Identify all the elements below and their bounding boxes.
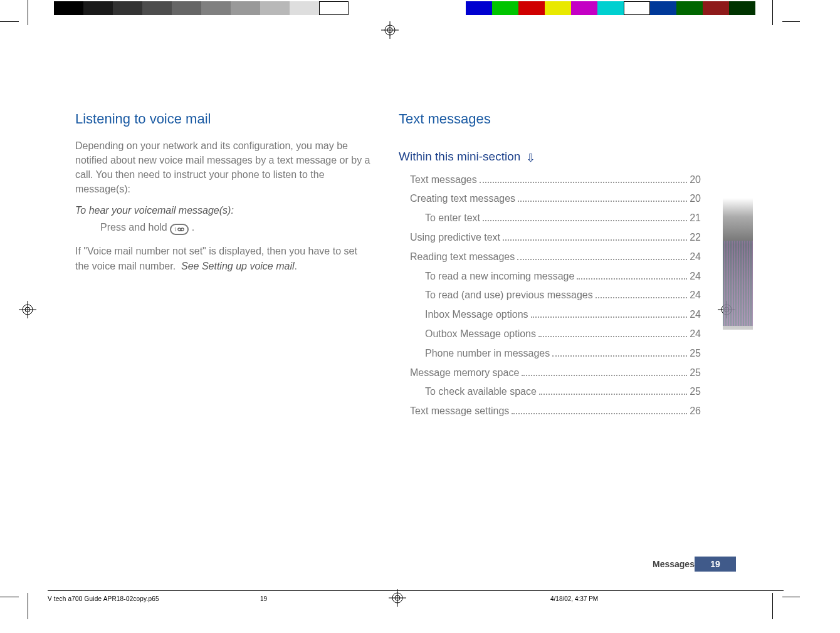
meta-filename: V tech a700 Guide APR18-02copy.p65 (48, 595, 159, 602)
gray-swatch (201, 1, 231, 15)
gray-swatch (113, 1, 142, 15)
toc-label: To read a new incoming message (425, 269, 574, 285)
toc-page: 20 (690, 172, 701, 188)
toc-label: Inbox Message options (425, 307, 528, 323)
toc-leader-dots (512, 413, 687, 414)
toc-page: 24 (690, 327, 701, 342)
toc-leader-dots (552, 355, 687, 357)
para-text: . (295, 261, 297, 271)
toc-leader-dots (522, 375, 687, 376)
sub-heading: To hear your voicemail message(s): (75, 205, 373, 216)
right-column: Text messages Within this mini-section ⇩… (399, 110, 701, 423)
toc-page: 25 (690, 365, 701, 381)
toc-label: Phone number in messages (425, 346, 550, 362)
meta-separator (48, 590, 784, 591)
page-footer: Messages 19 (653, 557, 736, 572)
color-swatch (676, 1, 703, 15)
toc-page: 24 (690, 249, 701, 265)
toc-leader-dots (483, 220, 687, 221)
toc-page: 24 (690, 269, 701, 285)
section-heading: Text messages (399, 110, 701, 128)
color-swatch (624, 1, 650, 15)
meta-sheet: 19 (260, 595, 267, 602)
color-swatch (571, 1, 597, 15)
toc-label: To read (and use) previous messages (425, 288, 593, 303)
color-swatch (518, 1, 545, 15)
gray-swatch (319, 1, 349, 15)
svg-point-18 (181, 228, 184, 231)
toc-page: 24 (690, 307, 701, 323)
print-proof-page: Listening to voice mail Depending on you… (0, 0, 840, 633)
color-swatch (492, 1, 518, 15)
left-column: Listening to voice mail Depending on you… (75, 110, 373, 282)
crop-mark (0, 597, 19, 597)
crop-mark (772, 593, 773, 619)
toc-leader-dots (538, 336, 687, 337)
footer-page-number: 19 (695, 557, 736, 572)
color-swatch (466, 1, 492, 15)
toc-label: Outbox Message options (425, 327, 536, 342)
gray-swatch (290, 1, 319, 15)
body-paragraph: Depending on your network and its config… (75, 139, 373, 197)
toc-leader-dots (480, 182, 687, 183)
toc-row: Text message settings26 (410, 404, 701, 419)
gray-swatch (231, 1, 260, 15)
color-swatch (597, 1, 624, 15)
step-text: . (192, 222, 194, 233)
toc-leader-dots (577, 278, 687, 280)
crop-mark (782, 21, 800, 22)
color-swatch (729, 1, 755, 15)
gray-swatch (83, 1, 113, 15)
toc-label: To enter text (425, 211, 480, 226)
mini-section-heading: Within this mini-section ⇩ (399, 150, 701, 165)
toc-leader-dots (596, 297, 688, 298)
color-calibration-bar (466, 1, 755, 15)
svg-point-17 (178, 228, 181, 231)
color-swatch (703, 1, 729, 15)
footer-section-label: Messages (653, 559, 695, 569)
toc-leader-dots (531, 316, 688, 318)
toc-row: Message memory space25 (410, 365, 701, 381)
thumb-tab-image (723, 241, 753, 326)
toc-row: To read (and use) previous messages24 (410, 288, 701, 303)
meta-timestamp: 4/18/02, 4:37 PM (550, 595, 598, 602)
color-swatch (545, 1, 571, 15)
crop-mark (28, 593, 28, 619)
table-of-contents: Text messages20Creating text messages20T… (399, 172, 701, 419)
toc-row: To read a new incoming message24 (410, 269, 701, 285)
crop-mark (0, 21, 19, 22)
toc-leader-dots (517, 259, 687, 260)
svg-text:1: 1 (174, 227, 177, 233)
toc-page: 22 (690, 230, 701, 246)
toc-row: To enter text21 (410, 211, 701, 226)
toc-page: 25 (690, 384, 701, 400)
registration-mark-icon (381, 21, 399, 39)
toc-row: Outbox Message options24 (410, 327, 701, 342)
gray-swatch (172, 1, 201, 15)
crop-mark (782, 597, 800, 597)
toc-row: Creating text messages20 (410, 191, 701, 207)
gray-swatch (54, 1, 83, 15)
step-text: Press and hold (100, 222, 167, 233)
toc-label: Message memory space (410, 365, 519, 381)
toc-page: 24 (690, 288, 701, 303)
toc-label: Reading text messages (410, 249, 515, 265)
toc-page: 26 (690, 404, 701, 419)
cross-reference: See Setting up voice mail (181, 261, 295, 271)
grayscale-calibration-bar (54, 1, 349, 15)
toc-label: Creating text messages (410, 191, 515, 207)
toc-page: 21 (690, 211, 701, 226)
toc-label: Using predictive text (410, 230, 500, 246)
gray-swatch (260, 1, 290, 15)
toc-label: Text message settings (410, 404, 509, 419)
mini-heading-text: Within this mini-section (399, 150, 520, 163)
toc-leader-dots (539, 394, 687, 395)
toc-label: To check available space (425, 384, 537, 400)
instruction-step: Press and hold 1 . (75, 220, 373, 235)
color-swatch (650, 1, 676, 15)
toc-leader-dots (503, 239, 687, 241)
toc-page: 25 (690, 346, 701, 362)
toc-row: Inbox Message options24 (410, 307, 701, 323)
registration-mark-icon (19, 301, 36, 318)
registration-mark-icon (389, 589, 406, 607)
